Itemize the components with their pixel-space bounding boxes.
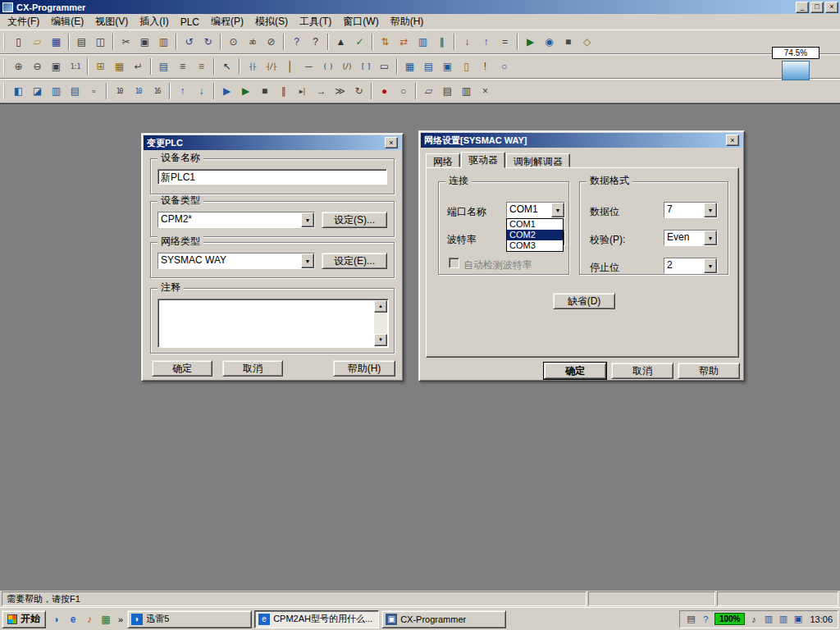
device-type-settings-button[interactable]: 设定(S)... [322, 212, 387, 228]
find-icon[interactable]: ⊙ [224, 33, 243, 52]
chevron-down-icon[interactable]: ▼ [301, 253, 314, 268]
auto-detect-checkbox[interactable] [449, 258, 459, 268]
scroll-up-icon[interactable]: ▲ [374, 300, 387, 313]
network-type-combo[interactable]: SYSMAC WAY ▼ [158, 253, 315, 269]
rung-wrap-icon[interactable]: ↵ [129, 57, 148, 76]
memory-card-icon[interactable]: ▯ [457, 57, 476, 76]
network-tray-icon[interactable]: ▥ [777, 613, 789, 625]
continuous-step-icon[interactable]: ≫ [331, 82, 349, 101]
paste-icon[interactable]: ▥ [154, 33, 173, 52]
menu-help[interactable]: 帮助(H) [385, 13, 430, 30]
menu-tools[interactable]: 工具(T) [294, 13, 337, 30]
cross-reference-icon[interactable]: ▤ [66, 82, 84, 101]
open-project-icon[interactable]: ▱ [28, 33, 47, 52]
chevron-down-icon[interactable]: ▼ [704, 258, 717, 273]
work-online-icon[interactable]: ⇅ [376, 33, 395, 52]
change-plc-ok-button[interactable]: 确定 [152, 360, 212, 377]
comment-scrollbar[interactable]: ▲ ▼ [374, 300, 387, 346]
plc-settings-icon[interactable]: ▣ [438, 57, 457, 76]
display-tray-icon[interactable]: ▥ [762, 613, 774, 625]
print-icon[interactable]: ▤ [72, 33, 91, 52]
watch-window-icon[interactable]: ▥ [47, 82, 66, 101]
next-reference-icon[interactable]: ↓ [192, 82, 211, 101]
chevron-down-icon[interactable]: ▼ [551, 203, 564, 217]
step-run-icon[interactable]: ▶| [293, 82, 312, 101]
grid-style-icon[interactable]: ▦ [110, 57, 129, 76]
previous-reference-icon[interactable]: ↑ [173, 82, 192, 101]
menu-simulation[interactable]: 模拟(S) [249, 13, 294, 30]
set-breakpoint-icon[interactable]: ● [375, 82, 394, 101]
compile-program-icon[interactable]: ▲ [331, 33, 350, 52]
device-name-input[interactable]: 新PLC1 [158, 169, 387, 185]
zoom-100-icon[interactable]: 1:1 [66, 57, 84, 76]
clear-breakpoints-icon[interactable]: ○ [394, 82, 413, 101]
io-comment-icon[interactable]: ≡ [173, 57, 192, 76]
new-horizontal-icon[interactable]: ─ [299, 57, 318, 76]
scroll-down-icon[interactable]: ▼ [374, 334, 387, 346]
toolbar-grip[interactable] [3, 83, 6, 99]
change-plc-close-icon[interactable]: × [385, 137, 398, 148]
scan-run-icon[interactable]: ↻ [349, 82, 368, 101]
network-ok-button[interactable]: 确定 [544, 363, 606, 379]
program-mode-icon[interactable]: ■ [559, 33, 578, 52]
monitor-hex-icon[interactable]: 16 [148, 82, 167, 101]
new-contact-icon[interactable]: ┤├ [243, 57, 262, 76]
menu-plc[interactable]: PLC [175, 15, 205, 30]
menu-view[interactable]: 视图(V) [89, 13, 134, 30]
change-plc-help-button[interactable]: 帮助(H) [333, 360, 395, 377]
output-window-icon[interactable]: ◪ [28, 82, 47, 101]
toolbar-grip[interactable] [3, 58, 6, 75]
simulation-stop-icon[interactable]: ■ [255, 82, 274, 101]
data-bits-combo[interactable]: 7 ▼ [664, 202, 718, 218]
maximize-button[interactable]: □ [810, 2, 824, 13]
redo-icon[interactable]: ↻ [199, 33, 217, 52]
close-all-windows-icon[interactable]: × [476, 82, 495, 101]
port-name-combo[interactable]: COM1 ▼ [506, 202, 565, 218]
chevron-down-icon[interactable]: ▼ [704, 231, 717, 245]
close-button[interactable]: × [825, 2, 838, 13]
menu-window[interactable]: 窗口(W) [337, 13, 384, 30]
default-button[interactable]: 缺省(D) [553, 293, 615, 309]
simulation-run-icon[interactable]: ▶ [236, 82, 255, 101]
monitor-mode-icon[interactable]: ◉ [540, 33, 559, 52]
plc-memory-icon[interactable]: ▦ [400, 57, 419, 76]
tile-vertical-icon[interactable]: ▥ [457, 82, 476, 101]
new-coil-icon[interactable]: ( ) [318, 57, 337, 76]
help-icon[interactable]: ? [287, 33, 306, 52]
step-in-icon[interactable]: → [312, 82, 331, 101]
toggle-grid-icon[interactable]: ⊞ [91, 57, 110, 76]
menu-edit[interactable]: 编辑(E) [45, 13, 89, 30]
zoom-in-icon[interactable]: ⊕ [9, 57, 28, 76]
new-file-icon[interactable]: ▯ [9, 33, 28, 52]
plc-clock-icon[interactable]: ○ [495, 57, 514, 76]
start-button[interactable]: 开始 [2, 610, 46, 628]
find-reference-icon[interactable]: ⊘ [262, 33, 281, 52]
new-vertical-icon[interactable]: │ [281, 57, 299, 76]
menu-file[interactable]: 文件(F) [2, 13, 45, 30]
tab-network[interactable]: 网络 [426, 153, 460, 167]
tile-horizontal-icon[interactable]: ▤ [438, 82, 457, 101]
zoom-out-icon[interactable]: ⊖ [28, 57, 47, 76]
monitor-icon[interactable]: ▥ [413, 33, 432, 52]
upload-from-plc-icon[interactable]: ↑ [477, 33, 495, 52]
error-log-icon[interactable]: ! [476, 57, 495, 76]
network-settings-titlebar[interactable]: 网络设置[SYSMAC WAY] × [421, 133, 742, 148]
port-option-com2[interactable]: COM2 [507, 230, 563, 240]
network-type-settings-button[interactable]: 设定(E)... [322, 253, 387, 269]
compare-with-plc-icon[interactable]: = [495, 33, 514, 52]
monitor-decimal-icon[interactable]: 10 [110, 82, 129, 101]
port-option-com3[interactable]: COM3 [507, 240, 563, 251]
launch-media-icon[interactable]: ♪ [81, 611, 98, 628]
tab-modem[interactable]: 调制解调器 [506, 153, 570, 167]
device-type-combo[interactable]: CPM2* ▼ [158, 212, 315, 228]
tab-driver[interactable]: 驱动器 [461, 152, 505, 168]
printer-tray-icon[interactable]: ▤ [685, 613, 697, 625]
network-settings-close-icon[interactable]: × [726, 135, 739, 146]
compile-check-icon[interactable]: ✓ [350, 33, 369, 52]
launch-thunder-icon[interactable]: ◗ [48, 611, 65, 628]
taskbar-task-3[interactable]: ▣CX-Programmer [381, 610, 506, 628]
copy-icon[interactable]: ▣ [135, 33, 154, 52]
project-workspace-icon[interactable]: ◧ [9, 82, 28, 101]
download-to-plc-icon[interactable]: ↓ [458, 33, 477, 52]
debug-mode-icon[interactable]: ◇ [578, 33, 596, 52]
